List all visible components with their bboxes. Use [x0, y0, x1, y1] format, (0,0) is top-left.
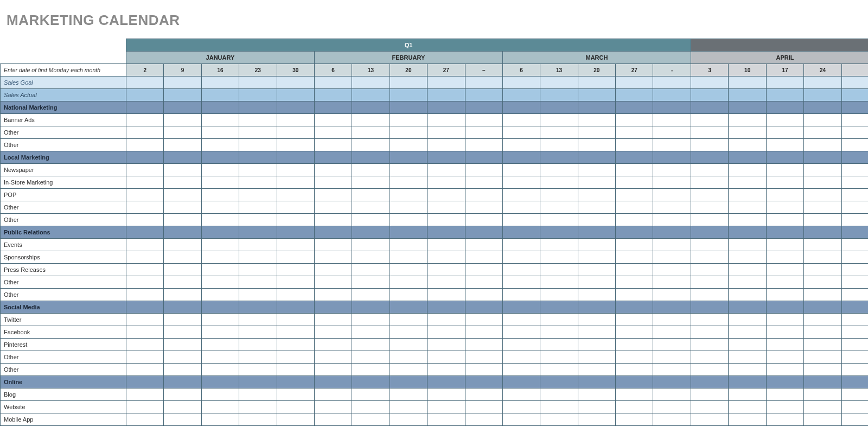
data-cell[interactable]: [201, 264, 239, 276]
data-cell[interactable]: [465, 239, 502, 251]
data-cell[interactable]: [653, 326, 691, 339]
data-cell[interactable]: [804, 364, 841, 376]
data-cell[interactable]: [314, 413, 352, 426]
data-cell[interactable]: [126, 351, 164, 364]
data-cell[interactable]: [729, 289, 766, 301]
data-cell[interactable]: [239, 89, 277, 101]
week-header[interactable]: 6: [502, 64, 540, 77]
data-cell[interactable]: [314, 89, 352, 101]
week-header[interactable]: [841, 64, 868, 77]
data-cell[interactable]: [427, 289, 465, 301]
data-cell[interactable]: [691, 389, 729, 401]
data-cell[interactable]: [314, 214, 352, 226]
data-cell[interactable]: [540, 176, 578, 189]
data-cell[interactable]: [578, 89, 615, 101]
data-cell[interactable]: [352, 351, 390, 364]
data-cell[interactable]: [126, 364, 164, 376]
data-cell[interactable]: [653, 351, 691, 364]
data-cell[interactable]: [201, 189, 239, 201]
data-cell[interactable]: [126, 289, 164, 301]
data-cell[interactable]: [578, 413, 615, 426]
data-cell[interactable]: [239, 339, 277, 351]
data-cell[interactable]: [729, 264, 766, 276]
data-cell[interactable]: [502, 164, 540, 176]
data-cell[interactable]: [427, 314, 465, 326]
data-cell[interactable]: [126, 264, 164, 276]
data-cell[interactable]: [126, 126, 164, 139]
data-cell[interactable]: [201, 114, 239, 126]
data-cell[interactable]: [126, 139, 164, 151]
data-cell[interactable]: [653, 239, 691, 251]
data-cell[interactable]: [616, 164, 653, 176]
data-cell[interactable]: [766, 413, 803, 426]
data-cell[interactable]: [164, 126, 201, 139]
data-cell[interactable]: [352, 126, 390, 139]
data-cell[interactable]: [616, 139, 653, 151]
data-cell[interactable]: [729, 401, 766, 413]
data-cell[interactable]: [239, 276, 277, 289]
data-cell[interactable]: [126, 339, 164, 351]
data-cell[interactable]: [616, 77, 653, 89]
data-cell[interactable]: [616, 126, 653, 139]
data-cell[interactable]: [766, 389, 803, 401]
data-cell[interactable]: [201, 214, 239, 226]
data-cell[interactable]: [465, 264, 502, 276]
data-cell[interactable]: [691, 364, 729, 376]
data-cell[interactable]: [691, 264, 729, 276]
data-cell[interactable]: [239, 189, 277, 201]
data-cell[interactable]: [239, 264, 277, 276]
data-cell[interactable]: [390, 164, 427, 176]
data-cell[interactable]: [653, 77, 691, 89]
data-cell[interactable]: [653, 114, 691, 126]
data-cell[interactable]: [164, 339, 201, 351]
data-cell[interactable]: [841, 276, 868, 289]
data-cell[interactable]: [390, 314, 427, 326]
data-cell[interactable]: [352, 289, 390, 301]
data-cell[interactable]: [841, 389, 868, 401]
data-cell[interactable]: [390, 389, 427, 401]
data-cell[interactable]: [126, 89, 164, 101]
data-cell[interactable]: [578, 251, 615, 264]
data-cell[interactable]: [164, 289, 201, 301]
data-cell[interactable]: [126, 314, 164, 326]
data-cell[interactable]: [427, 214, 465, 226]
data-cell[interactable]: [502, 276, 540, 289]
data-cell[interactable]: [427, 413, 465, 426]
data-cell[interactable]: [691, 401, 729, 413]
data-cell[interactable]: [502, 189, 540, 201]
data-cell[interactable]: [578, 139, 615, 151]
data-cell[interactable]: [390, 401, 427, 413]
data-cell[interactable]: [841, 239, 868, 251]
data-cell[interactable]: [201, 364, 239, 376]
data-cell[interactable]: [314, 351, 352, 364]
data-cell[interactable]: [164, 114, 201, 126]
data-cell[interactable]: [465, 364, 502, 376]
data-cell[interactable]: [691, 89, 729, 101]
data-cell[interactable]: [691, 139, 729, 151]
data-cell[interactable]: [126, 389, 164, 401]
data-cell[interactable]: [540, 139, 578, 151]
data-cell[interactable]: [766, 126, 803, 139]
data-cell[interactable]: [239, 401, 277, 413]
data-cell[interactable]: [578, 77, 615, 89]
data-cell[interactable]: [729, 326, 766, 339]
data-cell[interactable]: [239, 164, 277, 176]
data-cell[interactable]: [804, 264, 841, 276]
data-cell[interactable]: [691, 201, 729, 214]
data-cell[interactable]: [465, 139, 502, 151]
data-cell[interactable]: [653, 314, 691, 326]
data-cell[interactable]: [239, 326, 277, 339]
data-cell[interactable]: [126, 413, 164, 426]
data-cell[interactable]: [804, 89, 841, 101]
data-cell[interactable]: [653, 189, 691, 201]
data-cell[interactable]: [578, 201, 615, 214]
data-cell[interactable]: [277, 326, 314, 339]
data-cell[interactable]: [239, 77, 277, 89]
data-cell[interactable]: [277, 264, 314, 276]
data-cell[interactable]: [465, 401, 502, 413]
data-cell[interactable]: [390, 239, 427, 251]
data-cell[interactable]: [578, 189, 615, 201]
data-cell[interactable]: [314, 139, 352, 151]
data-cell[interactable]: [164, 314, 201, 326]
data-cell[interactable]: [239, 389, 277, 401]
